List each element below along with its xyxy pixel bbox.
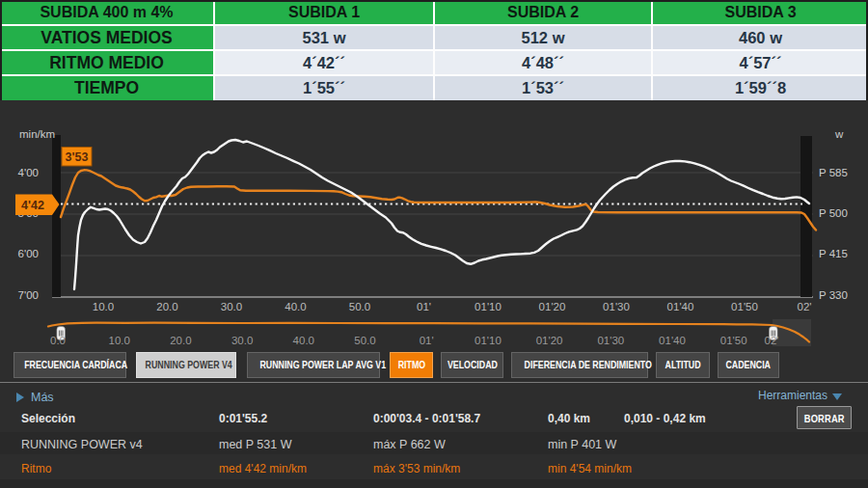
svg-text:40.0: 40.0 — [285, 301, 306, 312]
svg-text:01'40: 01'40 — [667, 301, 694, 312]
svg-text:P 415: P 415 — [819, 248, 848, 259]
svg-text:P 500: P 500 — [819, 207, 848, 219]
svg-text:10.0: 10.0 — [109, 335, 130, 346]
svg-text:20.0: 20.0 — [156, 301, 177, 312]
svg-text:01': 01' — [420, 335, 434, 346]
svg-text:30.0: 30.0 — [221, 301, 242, 312]
svg-text:6'00: 6'00 — [18, 248, 39, 259]
svg-text:30.0: 30.0 — [231, 335, 253, 346]
svg-text:3'53: 3'53 — [66, 150, 89, 164]
svg-text:01'30: 01'30 — [597, 335, 624, 346]
svg-text:01'20: 01'20 — [539, 301, 566, 312]
svg-text:02': 02' — [765, 335, 779, 346]
svg-text:4'00: 4'00 — [18, 167, 39, 178]
svg-text:0.0: 0.0 — [50, 335, 66, 346]
svg-text:02': 02' — [798, 301, 812, 312]
svg-text:7'00: 7'00 — [18, 289, 39, 301]
svg-text:01'10: 01'10 — [475, 301, 502, 312]
svg-text:P 330: P 330 — [819, 289, 848, 301]
svg-text:10.0: 10.0 — [93, 301, 114, 312]
svg-text:01'40: 01'40 — [659, 335, 686, 346]
svg-text:01'30: 01'30 — [603, 301, 630, 312]
svg-text:01'50: 01'50 — [731, 301, 758, 312]
svg-text:01'50: 01'50 — [720, 335, 747, 346]
svg-text:20.0: 20.0 — [170, 335, 191, 346]
svg-text:P 585: P 585 — [819, 167, 848, 178]
svg-text:min/km: min/km — [19, 128, 55, 140]
svg-text:w: w — [834, 128, 844, 140]
svg-text:50.0: 50.0 — [354, 335, 375, 346]
svg-text:01'10: 01'10 — [475, 335, 502, 346]
svg-text:4'42: 4'42 — [21, 199, 44, 212]
svg-text:01'20: 01'20 — [536, 335, 563, 346]
svg-text:50.0: 50.0 — [349, 301, 370, 312]
svg-text:40.0: 40.0 — [293, 335, 314, 346]
svg-text:01': 01' — [417, 301, 431, 312]
